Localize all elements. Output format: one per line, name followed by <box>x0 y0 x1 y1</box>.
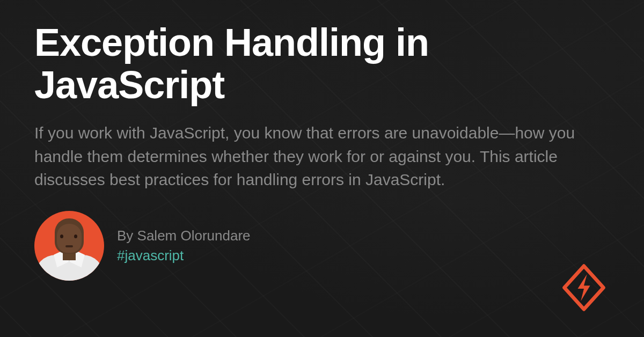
article-title: Exception Handling in JavaScript <box>34 21 610 106</box>
article-hashtag: #javascript <box>117 247 251 264</box>
author-info: By Salem Olorundare #javascript <box>117 228 251 264</box>
author-avatar <box>34 211 104 281</box>
author-byline: By Salem Olorundare <box>117 228 251 244</box>
article-card: Exception Handling in JavaScript If you … <box>0 0 644 337</box>
article-description: If you work with JavaScript, you know th… <box>34 121 603 192</box>
author-section: By Salem Olorundare #javascript <box>34 211 610 281</box>
brand-logo-icon <box>558 262 610 313</box>
